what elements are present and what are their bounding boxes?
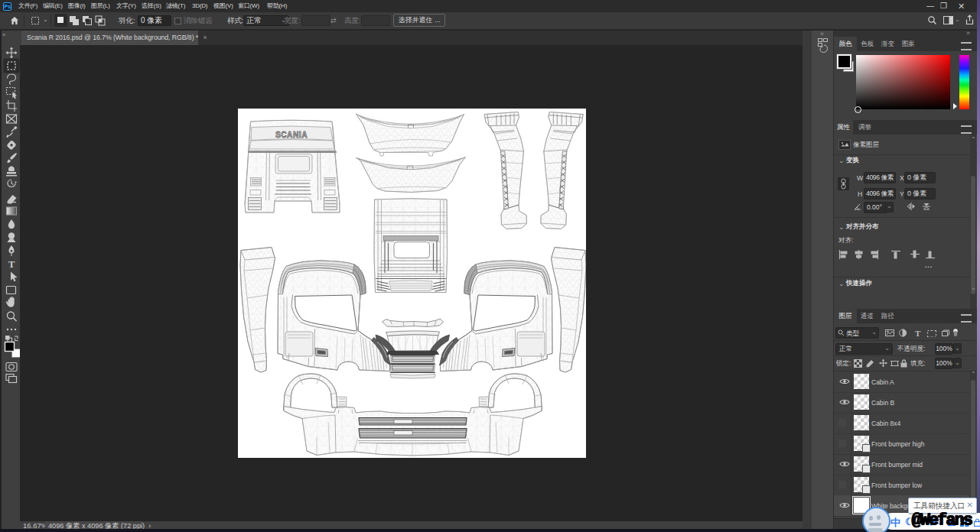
svg-text:T: T: [915, 329, 921, 337]
svg-text:T: T: [8, 258, 15, 270]
svg-text:SCANIA: SCANIA: [275, 131, 308, 139]
